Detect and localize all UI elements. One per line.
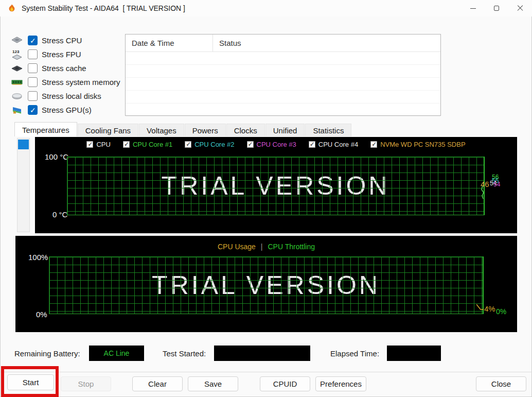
legend-item-core4: CPU Core #4 <box>309 141 358 148</box>
legend-core4-checkbox[interactable] <box>309 141 315 148</box>
stop-button[interactable]: Stop <box>61 376 111 391</box>
current-temp-core3: 54 <box>493 181 500 187</box>
legend-item-nvme: NVMe WD PC SN735 SDBP <box>370 141 465 148</box>
close-window-button[interactable] <box>508 0 532 16</box>
legend-core3-checkbox[interactable] <box>247 141 254 148</box>
battery-value-box: AC Line <box>89 346 144 361</box>
log-column-status: Status <box>213 34 440 51</box>
test-started-label: Test Started: <box>163 349 206 358</box>
stress-cpu-checkbox[interactable] <box>28 36 38 45</box>
stress-cpu-label: Stress CPU <box>42 36 82 45</box>
usage-axis-max: 100% <box>28 253 48 262</box>
test-log-table: Date & Time Status <box>125 34 441 116</box>
window-title: System Stability Test - AIDA64 [ TRIAL V… <box>22 4 185 12</box>
legend-cpu-checkbox[interactable] <box>86 141 93 148</box>
elapsed-time-value-box <box>387 346 441 361</box>
test-started-value-box <box>214 346 310 361</box>
legend-cpu-label: CPU <box>96 141 110 148</box>
stress-gpu-checkbox[interactable] <box>28 105 38 115</box>
temperature-graph-scrollbar[interactable] <box>17 138 30 232</box>
stress-option-fpu: 123 Stress FPU <box>10 47 120 61</box>
battery-label: Remaining Battery: <box>14 349 80 358</box>
stress-cache-checkbox[interactable] <box>28 63 38 73</box>
close-button[interactable]: Close <box>476 376 526 391</box>
legend-item-core3: CPU Core #3 <box>247 141 296 148</box>
stress-disks-label: Stress local disks <box>42 92 101 100</box>
footer-divider <box>0 372 532 372</box>
tab-voltages[interactable]: Voltages <box>139 124 184 136</box>
status-bar: Remaining Battery: AC Line Test Started:… <box>0 344 532 361</box>
title-bar: System Stability Test - AIDA64 [ TRIAL V… <box>0 0 532 16</box>
temp-axis-max: 100 °C <box>45 152 68 161</box>
stress-fpu-checkbox[interactable] <box>28 49 38 59</box>
graph-tabs: Temperatures Cooling Fans Voltages Power… <box>14 123 352 136</box>
tab-cooling-fans[interactable]: Cooling Fans <box>78 124 138 136</box>
log-empty-row <box>126 65 440 78</box>
usage-series-label: CPU Usage <box>218 243 256 251</box>
stress-cache-label: Stress cache <box>42 64 86 73</box>
tab-temperatures[interactable]: Temperatures <box>14 122 77 136</box>
cpu-icon <box>10 35 24 46</box>
clear-button[interactable]: Clear <box>132 376 183 391</box>
throttling-series-label: CPU Throttling <box>268 243 315 251</box>
usage-plot-area: TRIAL VERSION <box>49 256 484 314</box>
legend-item-core2: CPU Core #2 <box>185 141 234 148</box>
legend-core3-label: CPU Core #3 <box>257 141 296 148</box>
temperature-plot-area: TRIAL VERSION <box>67 157 485 215</box>
current-throttling-value: 0% <box>496 308 506 315</box>
current-usage-value: 4% <box>484 306 495 312</box>
stress-fpu-label: Stress FPU <box>42 50 81 59</box>
svg-text:123: 123 <box>12 49 20 54</box>
stress-memory-label: Stress system memory <box>42 78 120 87</box>
legend-item-core1: CPU Core #1 <box>123 141 172 148</box>
disk-icon <box>10 91 24 102</box>
stress-option-disks: Stress local disks <box>10 89 120 103</box>
minimize-icon <box>470 8 476 9</box>
usage-graph-panel: CPU Usage | CPU Throttling 100% 0% TRIAL… <box>15 236 517 332</box>
tab-clocks[interactable]: Clocks <box>226 124 265 136</box>
usage-legend: CPU Usage | CPU Throttling <box>15 243 517 251</box>
battery-value: AC Line <box>104 349 130 357</box>
temp-axis-min: 0 °C <box>52 210 67 219</box>
tab-statistics[interactable]: Statistics <box>305 124 351 136</box>
stress-disks-checkbox[interactable] <box>28 91 38 101</box>
log-empty-row <box>126 78 440 91</box>
legend-item-cpu: CPU <box>86 141 110 148</box>
gpu-icon <box>10 105 24 116</box>
flame-icon <box>7 4 16 13</box>
stress-option-gpu: Stress GPU(s) <box>10 103 120 117</box>
trial-watermark: TRIAL VERSION <box>67 157 484 215</box>
fpu-icon: 123 <box>10 49 24 60</box>
tab-unified[interactable]: Unified <box>265 124 305 136</box>
legend-nvme-checkbox[interactable] <box>370 141 377 148</box>
elapsed-time-label: Elapsed Time: <box>330 349 379 358</box>
cpuid-button[interactable]: CPUID <box>260 376 310 391</box>
legend-core1-checkbox[interactable] <box>123 141 130 148</box>
maximize-button[interactable] <box>485 0 508 16</box>
scrollbar-thumb[interactable] <box>18 140 29 149</box>
stress-options-list: Stress CPU 123 Stress FPU Stress cache <box>10 33 120 117</box>
save-button[interactable]: Save <box>188 376 238 391</box>
current-temp-nvme: 46 <box>481 181 489 187</box>
tab-powers[interactable]: Powers <box>185 124 226 136</box>
legend-core2-checkbox[interactable] <box>185 141 191 148</box>
usage-plot-tip <box>476 303 484 310</box>
log-empty-row <box>126 103 440 116</box>
log-column-datetime: Date & Time <box>126 34 213 51</box>
stress-option-cache: Stress cache <box>10 61 120 75</box>
minimize-button[interactable] <box>461 0 485 16</box>
stress-gpu-label: Stress GPU(s) <box>42 106 92 114</box>
start-button[interactable]: Start <box>7 374 54 390</box>
close-icon <box>517 5 523 11</box>
temperature-legend: CPU CPU Core #1 CPU Core #2 CPU Core #3 … <box>35 141 517 148</box>
log-table-header: Date & Time Status <box>126 34 440 52</box>
legend-separator: | <box>261 243 263 251</box>
log-empty-row <box>126 91 440 103</box>
usage-axis-min: 0% <box>36 310 47 319</box>
legend-core2-label: CPU Core #2 <box>194 141 234 148</box>
stress-memory-checkbox[interactable] <box>28 77 38 87</box>
legend-core4-label: CPU Core #4 <box>318 141 358 148</box>
legend-core1-label: CPU Core #1 <box>133 141 172 148</box>
preferences-button[interactable]: Preferences <box>315 376 366 391</box>
stress-option-memory: Stress system memory <box>10 75 120 89</box>
